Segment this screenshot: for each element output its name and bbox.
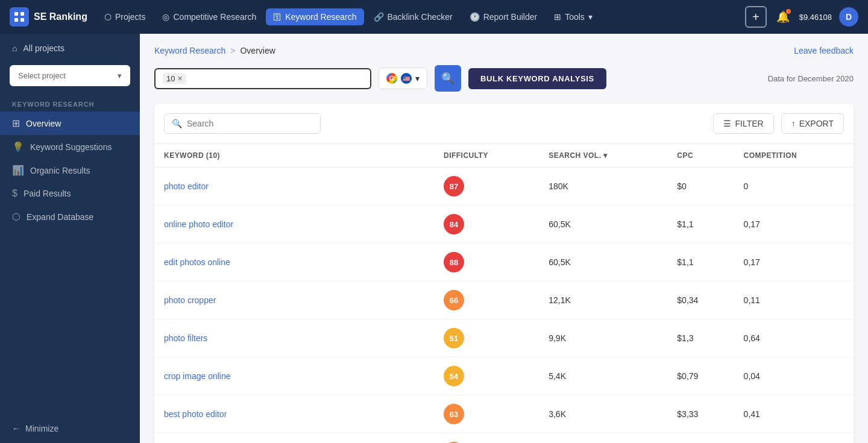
- user-avatar[interactable]: D: [839, 7, 858, 27]
- logo-text: SE Ranking: [34, 11, 87, 22]
- svg-rect-2: [14, 18, 18, 22]
- competition-cell: 0,17: [734, 243, 854, 281]
- dollar-icon: $: [12, 188, 17, 199]
- layers-icon: ⬡: [104, 12, 112, 22]
- key-icon: ⚿: [273, 12, 281, 22]
- minimize-button[interactable]: ← Minimize: [0, 414, 140, 443]
- cpc-cell: $1,3: [667, 319, 734, 357]
- table-search-wrapper[interactable]: 🔍: [164, 113, 321, 134]
- difficulty-badge: 88: [444, 252, 464, 272]
- table-search-input[interactable]: [187, 119, 313, 128]
- keyword-cell: online photo editor: [154, 206, 434, 243]
- keyword-cell: photo editor: [154, 168, 434, 206]
- logo-icon: [10, 7, 29, 27]
- search-vol-cell: 12,1K: [539, 281, 667, 319]
- search-icon: 🔍: [441, 72, 454, 85]
- keyword-link[interactable]: photo cropper: [164, 295, 216, 305]
- col-search-vol[interactable]: SEARCH VOL. ▾: [539, 144, 667, 168]
- leave-feedback-link[interactable]: Leave feedback: [794, 46, 854, 55]
- logo[interactable]: SE Ranking: [10, 7, 87, 27]
- chevron-down-icon: ▾: [118, 71, 122, 80]
- sort-icon: ▾: [603, 151, 607, 160]
- sidebar-item-organic-results[interactable]: 📊 Organic Results: [0, 159, 140, 182]
- keyword-tag-remove[interactable]: ✕: [177, 75, 183, 83]
- bulk-keyword-analysis-button[interactable]: BULK KEYWORD ANALYSIS: [468, 68, 606, 89]
- table-row: crop image online 54 5,4K $0,79 0,04: [154, 357, 854, 395]
- svg-rect-3: [20, 18, 24, 22]
- add-button[interactable]: +: [745, 6, 767, 28]
- keyword-link[interactable]: online photo editor: [164, 219, 233, 229]
- keyword-tag[interactable]: 10 ✕: [163, 73, 186, 84]
- account-balance[interactable]: $9.46108: [799, 13, 832, 22]
- search-icon: 🔍: [172, 119, 182, 128]
- keyword-cell: edit photos online: [154, 243, 434, 281]
- nav-report[interactable]: 🕐 Report Builder: [462, 8, 545, 25]
- table-row: best picture editor 65 390 $2,56 0,31: [154, 433, 854, 444]
- table-toolbar: 🔍 ☰ FILTER ↑ EXPORT: [154, 104, 854, 144]
- search-vol-cell: 180K: [539, 168, 667, 206]
- competition-cell: 0,11: [734, 281, 854, 319]
- search-vol-cell: 3,6K: [539, 395, 667, 433]
- svg-rect-1: [20, 12, 24, 16]
- export-button[interactable]: ↑ EXPORT: [781, 113, 844, 134]
- sidebar-section-label: KEYWORD RESEARCH: [0, 96, 140, 112]
- cpc-cell: $0,34: [667, 281, 734, 319]
- sidebar-item-keyword-suggestions[interactable]: 💡 Keyword Suggestions: [0, 135, 140, 159]
- table-row: photo cropper 66 12,1K $0,34 0,11: [154, 281, 854, 319]
- chevron-down-icon: ▾: [415, 74, 420, 83]
- expand-icon: ⬡: [12, 211, 20, 222]
- col-difficulty[interactable]: DIFFICULTY: [434, 144, 539, 168]
- search-bar-area: 10 ✕ G 🇺🇸 ▾ 🔍 BULK KEYWORD ANALYSIS Data…: [154, 65, 854, 92]
- sidebar-item-expand-database[interactable]: ⬡ Expand Database: [0, 205, 140, 228]
- table-row: photo filters 51 9,9K $1,3 0,64: [154, 319, 854, 357]
- nav-projects[interactable]: ⬡ Projects: [97, 8, 153, 25]
- chart-icon: 📊: [12, 165, 24, 176]
- notification-dot: [786, 9, 791, 14]
- nav-tools[interactable]: ⊞ Tools ▾: [547, 8, 600, 25]
- keywords-table: KEYWORD (10) DIFFICULTY SEARCH VOL. ▾ CP…: [154, 144, 854, 443]
- keyword-input-wrapper[interactable]: 10 ✕: [154, 68, 371, 89]
- keyword-link[interactable]: photo editor: [164, 181, 209, 191]
- notification-bell[interactable]: 🔔: [774, 8, 792, 26]
- breadcrumb: Keyword Research > Overview Leave feedba…: [154, 46, 854, 55]
- google-icon: G: [386, 73, 397, 84]
- sidebar-item-paid-results[interactable]: $ Paid Results: [0, 182, 140, 205]
- keyword-link[interactable]: crop image online: [164, 371, 231, 381]
- link-icon: 🔗: [374, 12, 384, 22]
- keyword-link[interactable]: photo filters: [164, 333, 207, 343]
- nav-competitive[interactable]: ◎ Competitive Research: [155, 8, 263, 25]
- difficulty-cell: 66: [434, 281, 539, 319]
- cpc-cell: $2,56: [667, 433, 734, 444]
- difficulty-cell: 87: [434, 168, 539, 206]
- difficulty-cell: 84: [434, 206, 539, 243]
- competition-cell: 0,41: [734, 395, 854, 433]
- home-icon: ⌂: [12, 43, 17, 53]
- main-content: Keyword Research > Overview Leave feedba…: [140, 34, 868, 443]
- keyword-link[interactable]: best photo editor: [164, 409, 227, 419]
- competition-cell: 0: [734, 168, 854, 206]
- nav-keyword[interactable]: ⚿ Keyword Research: [266, 8, 363, 25]
- project-selector[interactable]: Select project ▾: [10, 65, 130, 86]
- search-vol-cell: 9,9K: [539, 319, 667, 357]
- difficulty-cell: 65: [434, 433, 539, 444]
- keyword-cell: crop image online: [154, 357, 434, 395]
- keyword-link[interactable]: edit photos online: [164, 257, 230, 267]
- breadcrumb-root[interactable]: Keyword Research: [154, 46, 225, 55]
- keyword-cell: best photo editor: [154, 395, 434, 433]
- engine-selector[interactable]: G 🇺🇸 ▾: [379, 68, 427, 89]
- keyword-table-container: 🔍 ☰ FILTER ↑ EXPORT KEYWORD (10): [154, 104, 854, 443]
- all-projects-link[interactable]: ⌂ All projects: [0, 34, 140, 63]
- country-flag: 🇺🇸: [401, 73, 412, 84]
- filter-icon: ☰: [723, 119, 731, 128]
- overview-icon: ⊞: [12, 118, 20, 129]
- svg-rect-0: [14, 12, 18, 16]
- sidebar-item-overview[interactable]: ⊞ Overview: [0, 112, 140, 135]
- keyword-cell: best picture editor: [154, 433, 434, 444]
- breadcrumb-current: Overview: [240, 46, 275, 55]
- cpc-cell: $1,1: [667, 206, 734, 243]
- difficulty-badge: 84: [444, 214, 464, 234]
- search-button[interactable]: 🔍: [435, 65, 461, 92]
- filter-button[interactable]: ☰ FILTER: [713, 113, 773, 134]
- nav-backlink[interactable]: 🔗 Backlink Checker: [366, 8, 460, 25]
- competition-cell: 0,31: [734, 433, 854, 444]
